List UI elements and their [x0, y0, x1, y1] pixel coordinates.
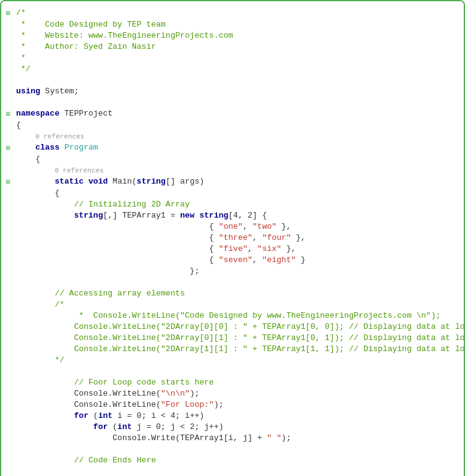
line-gutter: ⊞ [1, 142, 15, 154]
code-line: Console.WriteLine("2DArray[0][0] : " + T… [1, 321, 464, 333]
line-gutter [1, 255, 15, 255]
line-gutter: ⊞ [1, 108, 15, 120]
line-gutter [1, 86, 15, 87]
code-editor: ⊞/* * Code Designed by TEP team * Websit… [1, 1, 464, 476]
code-line: * Console.WriteLine("Code Designed by ww… [1, 310, 464, 321]
line-content: Console.WriteLine("For Loop:"); [15, 399, 464, 410]
line-gutter [1, 19, 15, 20]
line-content: /* [15, 7, 464, 19]
code-line: { [1, 120, 464, 131]
line-content: { [15, 188, 464, 199]
code-line: Console.WriteLine("\n\n"); [1, 388, 464, 399]
line-content: // Initializing 2D Array [15, 199, 464, 210]
code-line: Console.WriteLine("2DArray[0][1] : " + T… [1, 333, 464, 344]
code-line: Console.WriteLine("For Loop:"); [1, 399, 464, 410]
line-content: // Code Ends Here [15, 455, 464, 466]
line-gutter [1, 444, 15, 444]
line-content: * Website: www.TheEngineeringProjects.co… [15, 30, 464, 41]
line-gutter [1, 165, 15, 166]
code-line: 0 references [1, 165, 464, 176]
code-line: * Author: Syed Zain Nasir [1, 41, 464, 53]
line-content: { "five", "six" }, [15, 244, 464, 255]
code-line: ⊞/* [1, 7, 464, 19]
line-gutter [1, 188, 15, 189]
line-content: }; [15, 266, 464, 277]
code-line: { [1, 188, 464, 199]
code-line [1, 97, 464, 108]
code-line: // Foor Loop code starts here [1, 377, 464, 388]
line-content: * Author: Syed Zain Nasir [15, 41, 464, 53]
code-line [1, 466, 464, 476]
code-line: Console.Write(TEPArray1[i, j] + " "); [1, 433, 464, 444]
line-gutter [1, 232, 15, 233]
line-gutter: ⊞ [1, 7, 15, 19]
code-line: // Initializing 2D Array [1, 199, 464, 210]
line-gutter [1, 30, 15, 31]
line-gutter [1, 410, 15, 411]
line-gutter [1, 288, 15, 289]
line-gutter [1, 388, 15, 389]
line-content: { [15, 120, 464, 131]
line-gutter [1, 53, 15, 53]
code-line: { [1, 154, 464, 165]
line-content: { "one", "two" }, [15, 221, 464, 232]
code-line: { "seven", "eight" } [1, 255, 464, 266]
line-content: Console.WriteLine("\n\n"); [15, 388, 464, 399]
code-line [1, 277, 464, 288]
code-line: * Code Designed by TEP team [1, 19, 464, 30]
code-window: ⊞/* * Code Designed by TEP team * Websit… [0, 0, 465, 476]
line-content: * Console.WriteLine("Code Designed by ww… [15, 310, 464, 321]
line-gutter [1, 154, 15, 155]
line-gutter [1, 266, 15, 266]
line-gutter [1, 299, 15, 300]
line-content: static void Main(string[] args) [15, 176, 464, 187]
line-gutter [1, 355, 15, 355]
line-content: class Program [15, 142, 464, 153]
line-content: Console.WriteLine("2DArray[0][1] : " + T… [15, 333, 465, 344]
line-gutter [1, 221, 15, 222]
code-line: for (int j = 0; j < 2; j++) [1, 422, 464, 433]
line-gutter [1, 433, 15, 433]
line-content: { "three", "four" }, [15, 232, 464, 244]
line-gutter [1, 97, 15, 98]
code-line: Console.WriteLine("2DArray[1][1] : " + T… [1, 344, 464, 355]
line-content: { [15, 154, 464, 165]
code-line [1, 444, 464, 455]
line-gutter [1, 210, 15, 211]
code-line: ⊞namespace TEPProject [1, 108, 464, 120]
line-content: 0 references [15, 131, 464, 142]
line-gutter [1, 41, 15, 42]
line-content: // Foor Loop code starts here [15, 377, 464, 388]
line-content: for (int j = 0; j < 2; j++) [15, 422, 464, 433]
line-gutter [1, 199, 15, 200]
code-line: 0 references [1, 131, 464, 142]
line-gutter [1, 422, 15, 422]
code-line: /* [1, 299, 464, 310]
line-gutter [1, 75, 15, 75]
code-line: * Website: www.TheEngineeringProjects.co… [1, 30, 464, 41]
line-content: // Accessing array elements [15, 288, 464, 299]
code-line: */ [1, 64, 464, 75]
line-content: using System; [15, 86, 464, 97]
code-line: string[,] TEPArray1 = new string[4, 2] { [1, 210, 464, 221]
code-line: }; [1, 266, 464, 277]
line-content: { "seven", "eight" } [15, 255, 464, 266]
line-gutter [1, 455, 15, 456]
line-content: * [15, 53, 464, 64]
line-content: 0 references [15, 165, 464, 176]
line-content: for (int i = 0; i < 4; i++) [15, 410, 464, 422]
line-gutter [1, 244, 15, 244]
line-gutter: ⊞ [1, 176, 15, 188]
line-content: string[,] TEPArray1 = new string[4, 2] { [15, 210, 464, 221]
line-gutter [1, 277, 15, 278]
code-line [1, 366, 464, 377]
code-line: { "three", "four" }, [1, 232, 464, 244]
line-gutter [1, 310, 15, 311]
code-line: using System; [1, 86, 464, 97]
code-line: ⊞ static void Main(string[] args) [1, 176, 464, 188]
code-line: { "one", "two" }, [1, 221, 464, 232]
code-line: for (int i = 0; i < 4; i++) [1, 410, 464, 422]
line-content: namespace TEPProject [15, 108, 464, 119]
line-content: */ [15, 355, 464, 366]
line-gutter [1, 333, 15, 333]
